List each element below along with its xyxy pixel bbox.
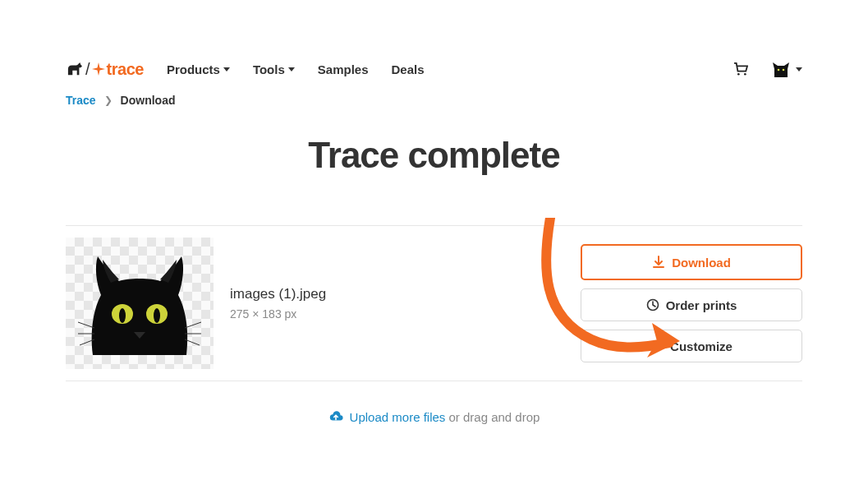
svg-point-0 <box>737 73 740 76</box>
sparkle-icon <box>92 62 105 76</box>
cloud-upload-icon <box>328 409 343 424</box>
download-label: Download <box>672 256 731 270</box>
file-dimensions: 275 × 183 px <box>230 307 326 321</box>
download-button[interactable]: Download <box>581 244 802 280</box>
chevron-down-icon <box>288 67 295 72</box>
file-info: images (1).jpeg 275 × 183 px <box>230 286 326 321</box>
nav-tools-label: Tools <box>253 62 285 76</box>
breadcrumb-root[interactable]: Trace <box>66 94 96 107</box>
nav-products[interactable]: Products <box>167 62 230 76</box>
svg-point-1 <box>744 73 746 76</box>
upload-suffix: or drag and drop <box>445 410 540 424</box>
nav-links: Products Tools Samples Deals <box>167 62 425 76</box>
nav-samples[interactable]: Samples <box>318 62 369 76</box>
breadcrumb-current: Download <box>121 94 176 107</box>
horse-icon <box>66 62 84 76</box>
customize-label: Customize <box>670 339 733 353</box>
clock-icon <box>646 298 659 311</box>
nav-tools[interactable]: Tools <box>253 62 295 76</box>
customize-button[interactable]: Customize <box>581 330 802 362</box>
page-title: Trace complete <box>66 112 802 225</box>
user-avatar-menu[interactable] <box>771 59 802 79</box>
cart-icon[interactable] <box>733 62 748 76</box>
result-thumbnail[interactable] <box>66 238 214 369</box>
breadcrumb: Trace ❯ Download <box>66 85 802 112</box>
result-row: images (1).jpeg 275 × 183 px Download Or… <box>66 226 802 381</box>
chevron-down-icon <box>223 67 230 72</box>
file-name: images (1).jpeg <box>230 286 326 302</box>
upload-footer: Upload more files or drag and drop <box>66 381 802 427</box>
brand-logo[interactable]: / trace <box>66 60 144 79</box>
svg-point-7 <box>154 308 160 323</box>
svg-point-2 <box>778 69 780 72</box>
svg-point-6 <box>119 308 126 323</box>
avatar-cat-icon <box>771 59 791 79</box>
upload-more-link[interactable]: Upload more files <box>350 410 446 424</box>
slash-separator: / <box>85 60 90 79</box>
chevron-right-icon: ❯ <box>104 95 113 106</box>
brand-word: trace <box>107 60 144 79</box>
traced-image-cat <box>78 250 201 357</box>
order-prints-label: Order prints <box>666 298 737 312</box>
download-icon <box>652 256 665 269</box>
chevron-down-icon <box>796 67 802 72</box>
top-nav: / trace Products Tools Samples Deals <box>66 0 802 85</box>
nav-deals[interactable]: Deals <box>391 62 424 76</box>
svg-point-3 <box>783 69 785 72</box>
nav-products-label: Products <box>167 62 220 76</box>
pencil-icon <box>650 339 664 353</box>
order-prints-button[interactable]: Order prints <box>581 288 802 321</box>
action-buttons: Download Order prints Customize <box>581 244 802 362</box>
